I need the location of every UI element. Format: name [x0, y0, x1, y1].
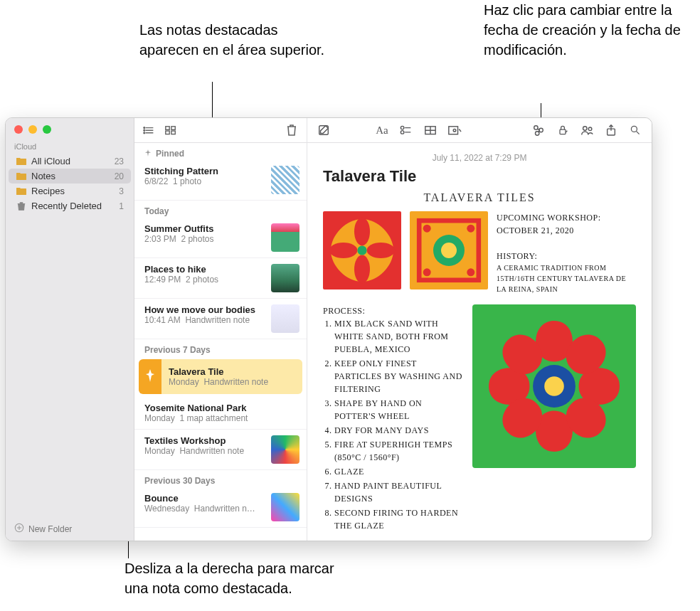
note-sub: 10:41 AM Handwritten note: [144, 315, 265, 325]
note-thumbnail: [271, 264, 299, 292]
svg-rect-6: [166, 131, 169, 134]
lock-button[interactable]: [553, 122, 572, 138]
link-button[interactable]: [529, 122, 548, 138]
note-sub: 6/8/22 1 photo: [144, 176, 265, 186]
note-item-bounce[interactable]: Bounce Wednesday Handwritten n…: [134, 487, 307, 528]
note-thumbnail: [271, 435, 299, 464]
process-item: SHAPE BY HAND ON POTTER'S WHEEL: [334, 397, 464, 423]
collaborate-button[interactable]: [578, 122, 596, 138]
note-sub: Monday Handwritten note: [144, 446, 265, 456]
note-title: Talavera Tile: [169, 366, 295, 377]
format-button[interactable]: Aa: [373, 122, 391, 138]
table-button[interactable]: [421, 122, 440, 138]
note-title: Yosemite National Park: [144, 403, 299, 413]
sidebar-item-count: 1: [119, 201, 124, 211]
svg-point-27: [357, 245, 366, 255]
search-button[interactable]: [626, 122, 645, 138]
process-item: KEEP ONLY FINEST PARTICLES BY WASHING AN…: [334, 357, 464, 395]
sidebar-item-recently-deleted[interactable]: Recently Deleted 1: [9, 198, 131, 213]
note-thumbnail: [271, 304, 299, 333]
sidebar-group-label: iCloud: [6, 141, 134, 154]
tile-image-1: [323, 211, 401, 289]
new-folder-label: New Folder: [28, 524, 72, 534]
sidebar-item-count: 3: [119, 186, 124, 196]
sidebar-item-all-icloud[interactable]: All iCloud 23: [9, 154, 131, 169]
process-item: FIRE AT SUPERHIGH TEMPS (850°C / 1560°F): [334, 438, 464, 464]
pin-icon: [144, 149, 152, 159]
note-title: Stitching Pattern: [144, 166, 265, 176]
svg-point-25: [329, 243, 358, 258]
note-date[interactable]: July 11, 2022 at 7:29 PM: [323, 150, 636, 167]
svg-point-18: [583, 127, 587, 130]
note-title: How we move our bodies: [144, 304, 265, 315]
close-window-button[interactable]: [14, 125, 23, 134]
svg-point-23: [354, 218, 370, 246]
history-text: A CERAMIC TRADITION FROM 15TH/16TH CENTU…: [497, 262, 636, 294]
process-item: DRY FOR MANY DAYS: [334, 424, 464, 437]
folder-icon: [16, 171, 27, 181]
note-item-yosemite[interactable]: Yosemite National Park Monday 1 map atta…: [134, 397, 307, 430]
svg-point-26: [367, 243, 396, 258]
editor-body[interactable]: July 11, 2022 at 7:29 PM Talavera Tile T…: [307, 143, 652, 541]
svg-point-31: [441, 243, 457, 258]
note-item-textiles[interactable]: Textiles Workshop Monday Handwritten not…: [134, 430, 307, 470]
zoom-window-button[interactable]: [43, 125, 51, 134]
svg-point-38: [544, 376, 564, 396]
svg-rect-17: [560, 129, 566, 134]
folder-icon: [16, 156, 27, 166]
svg-point-19: [588, 127, 592, 131]
svg-point-21: [631, 126, 637, 132]
note-title: Textiles Workshop: [144, 435, 265, 446]
sidebar-item-label: All iCloud: [31, 156, 70, 166]
note-thumbnail: [271, 493, 299, 521]
note-title: Summer Outfits: [144, 223, 265, 234]
tile-image-large: [472, 304, 636, 468]
section-header-prev30: Previous 30 Days: [134, 470, 307, 487]
svg-point-1: [144, 127, 145, 128]
sidebar-item-notes[interactable]: Notes 20: [9, 169, 131, 184]
swipe-pin-action[interactable]: [139, 359, 161, 394]
svg-point-9: [401, 126, 403, 129]
note-sub: 12:49 PM 2 photos: [144, 275, 265, 285]
share-button[interactable]: [602, 122, 620, 138]
note-item-summer-outfits[interactable]: Summer Outfits 2:03 PM 2 photos: [134, 218, 307, 258]
callout-pinned: Las notas destacadas aparecen en el área…: [139, 20, 339, 60]
compose-button[interactable]: [314, 122, 333, 138]
list-view-button[interactable]: [140, 122, 159, 138]
window-controls: [6, 122, 134, 141]
svg-point-34: [423, 268, 431, 276]
note-item-stitching[interactable]: Stitching Pattern 6/8/22 1 photo: [134, 160, 307, 201]
svg-rect-5: [171, 127, 175, 129]
note-item-move-bodies[interactable]: How we move our bodies 10:41 AM Handwrit…: [134, 299, 307, 339]
note-sub: 2:03 PM 2 photos: [144, 234, 265, 244]
media-button[interactable]: [445, 122, 464, 138]
svg-point-35: [467, 268, 474, 276]
checklist-button[interactable]: [397, 122, 415, 138]
minimize-window-button[interactable]: [28, 125, 37, 134]
note-editor: Aa July 11, 2022 at 7:29 PM Talavera Til…: [307, 118, 652, 541]
sidebar-item-label: Recipes: [31, 186, 65, 196]
new-folder-button[interactable]: New Folder: [6, 517, 134, 541]
delete-note-button[interactable]: [282, 122, 301, 138]
process-item: GLAZE: [334, 465, 464, 478]
sidebar-item-recipes[interactable]: Recipes 3: [9, 184, 131, 198]
svg-point-10: [401, 130, 403, 133]
note-item-talavera[interactable]: Talavera Tile Monday Handwritten note: [161, 359, 302, 394]
callout-pinned-text: Las notas destacadas aparecen en el área…: [139, 22, 324, 58]
process-item: HAND PAINT BEAUTIFUL DESIGNS: [334, 479, 464, 505]
workshop-history-block: UPCOMING WORKSHOP: OCTOBER 21, 2020 HIST…: [497, 211, 636, 294]
process-list: MIX BLACK SAND WITH WHITE SAND, BOTH FRO…: [323, 317, 464, 532]
note-heading: Talavera Tile: [323, 167, 636, 186]
callout-swipe: Desliza a la derecha para marcar una not…: [124, 558, 352, 598]
note-item-talavera-row: Talavera Tile Monday Handwritten note: [139, 359, 302, 394]
notes-list: Pinned Stitching Pattern 6/8/22 1 photo …: [134, 118, 307, 541]
note-item-places-to-hike[interactable]: Places to hike 12:49 PM 2 photos: [134, 258, 307, 299]
callout-date: Haz clic para cambiar entre la fecha de …: [484, 0, 683, 60]
svg-point-3: [144, 132, 145, 134]
sidebar-item-label: Notes: [31, 171, 55, 181]
tile-image-2: [410, 211, 488, 289]
gallery-view-button[interactable]: [161, 122, 180, 138]
svg-point-24: [354, 255, 370, 284]
note-thumbnail: [271, 223, 299, 252]
sidebar-item-count: 23: [115, 156, 124, 166]
